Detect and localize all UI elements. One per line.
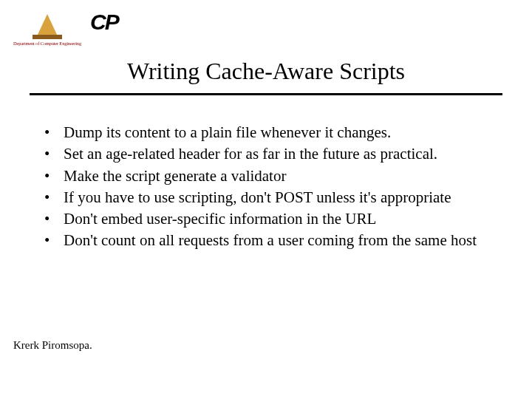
department-caption: Department of Computer Engineering	[13, 41, 81, 46]
flame-icon	[37, 14, 58, 36]
list-item: Set an age-related header for as far in …	[41, 144, 502, 164]
cp-logo: CP	[86, 6, 123, 38]
footer-author: Krerk Piromsopa.	[13, 339, 92, 352]
page-title: Writing Cache-Aware Scripts	[0, 58, 532, 85]
slide: Department of Computer Engineering CP Wr…	[0, 0, 532, 399]
logo-area: Department of Computer Engineering CP	[13, 6, 123, 46]
list-item: If you have to use scripting, don't POST…	[41, 188, 502, 208]
list-item: Dump its content to a plain file wheneve…	[41, 123, 502, 143]
flame-base-icon	[33, 35, 62, 39]
title-container: Writing Cache-Aware Scripts	[0, 58, 532, 85]
horizontal-rule	[30, 93, 502, 95]
list-item: Make the script generate a validator	[41, 166, 502, 186]
department-logo: Department of Computer Engineering	[13, 14, 81, 46]
bullet-list: Dump its content to a plain file wheneve…	[41, 123, 502, 251]
list-item: Don't count on all requests from a user …	[41, 231, 502, 250]
list-item: Don't embed user-specific information in…	[41, 209, 502, 229]
content-area: Dump its content to a plain file wheneve…	[41, 123, 502, 253]
